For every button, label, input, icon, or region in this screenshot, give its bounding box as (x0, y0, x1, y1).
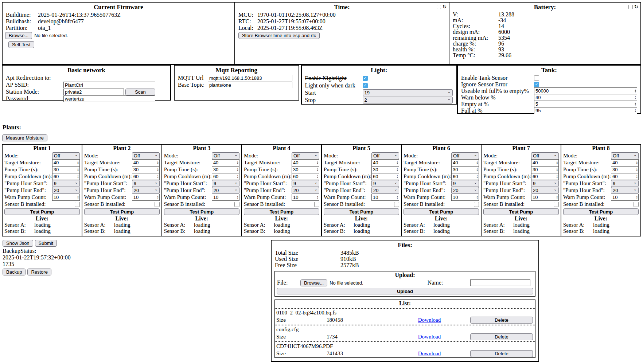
pump-cooldown-input[interactable]: ▴▾ (132, 173, 160, 180)
firmware-browse-button[interactable]: Browse... (5, 32, 32, 39)
delete-button[interactable]: Delete (470, 350, 533, 357)
target-moisture-input[interactable]: ▴▾ (451, 159, 479, 166)
delete-button[interactable]: Delete (470, 333, 533, 340)
upload-browse-button[interactable]: Browse... (300, 279, 327, 286)
test-pump-button[interactable]: Test Pump (324, 208, 399, 215)
light-start-select[interactable]: 19 ⌄ (363, 89, 453, 96)
pump-cooldown-value[interactable] (132, 173, 156, 180)
warn-below-value[interactable] (534, 94, 634, 101)
pump-hour-start-select[interactable]: 9 ⌄ (132, 180, 160, 187)
pump-hour-end-select[interactable]: 20 ⌄ (451, 187, 479, 194)
pump-time-value[interactable] (372, 167, 396, 173)
pump-time-value[interactable] (531, 167, 556, 173)
warn-pump-count-value[interactable] (372, 194, 396, 200)
target-moisture-input[interactable]: ▴▾ (611, 159, 639, 166)
sensor-b-installed-checkbox[interactable]: ✓ (634, 202, 639, 207)
pump-time-input[interactable]: ▴▾ (531, 166, 559, 173)
warn-pump-count-value[interactable] (531, 194, 556, 200)
target-moisture-input[interactable]: ▴▾ (371, 159, 399, 166)
warn-pump-count-input[interactable]: ▴▾ (52, 194, 80, 201)
show-json-button[interactable]: Show Json (3, 240, 33, 247)
sensor-b-installed-checkbox[interactable]: ✓ (234, 202, 239, 207)
target-moisture-value[interactable] (531, 160, 556, 166)
target-moisture-input[interactable]: ▴▾ (531, 159, 559, 166)
pump-time-input[interactable]: ▴▾ (212, 166, 239, 173)
pump-time-value[interactable] (611, 167, 635, 173)
download-link[interactable]: Download (418, 334, 441, 340)
self-test-button[interactable]: Self-Test (8, 41, 34, 48)
pump-time-input[interactable]: ▴▾ (292, 166, 319, 173)
warn-pump-count-value[interactable] (52, 194, 77, 200)
pump-hour-start-select[interactable]: 9 ⌄ (292, 180, 319, 187)
upload-name-input[interactable] (470, 279, 530, 286)
target-moisture-value[interactable] (292, 160, 316, 166)
pump-cooldown-input[interactable]: ▴▾ (212, 173, 239, 180)
pump-hour-start-select[interactable]: 9 ⌄ (371, 180, 399, 187)
time-refresh-icon[interactable]: ↻ (443, 4, 447, 9)
warn-pump-count-input[interactable]: ▴▾ (371, 194, 399, 201)
delete-button[interactable]: Delete (470, 317, 533, 324)
pump-time-value[interactable] (452, 167, 476, 173)
password-input[interactable] (63, 95, 155, 102)
pump-cooldown-value[interactable] (212, 173, 236, 180)
pump-cooldown-value[interactable] (372, 173, 396, 180)
pump-hour-start-select[interactable]: 9 ⌄ (611, 180, 639, 187)
pump-cooldown-input[interactable]: ▴▾ (292, 173, 319, 180)
pump-hour-start-select[interactable]: 9 ⌄ (212, 180, 239, 187)
sensor-b-installed-checkbox[interactable]: ✓ (314, 202, 319, 207)
pump-cooldown-input[interactable]: ▴▾ (52, 173, 80, 180)
sensor-b-installed-checkbox[interactable]: ✓ (554, 202, 559, 207)
test-pump-button[interactable]: Test Pump (244, 208, 319, 215)
station-mode-input[interactable] (63, 89, 124, 95)
target-moisture-value[interactable] (452, 160, 476, 166)
pump-cooldown-value[interactable] (452, 173, 476, 180)
light-only-dark-checkbox[interactable]: ✓ (363, 83, 368, 88)
target-moisture-value[interactable] (132, 160, 156, 166)
warn-pump-count-input[interactable]: ▴▾ (132, 194, 160, 201)
pump-hour-end-select[interactable]: 20 ⌄ (371, 187, 399, 194)
mode-select[interactable]: Off ⌄ (531, 152, 559, 159)
empty-at-value[interactable] (534, 101, 634, 107)
sensor-b-installed-checkbox[interactable]: ✓ (75, 202, 80, 207)
pump-cooldown-value[interactable] (292, 173, 316, 180)
warn-pump-count-value[interactable] (132, 194, 156, 200)
pump-hour-end-select[interactable]: 20 ⌄ (132, 187, 160, 194)
pump-hour-end-select[interactable]: 20 ⌄ (212, 187, 239, 194)
test-pump-button[interactable]: Test Pump (483, 208, 559, 215)
pump-time-value[interactable] (52, 167, 77, 173)
pump-time-input[interactable]: ▴▾ (451, 166, 479, 173)
warn-pump-count-input[interactable]: ▴▾ (531, 194, 559, 201)
enable-nightlight-checkbox[interactable]: ✓ (363, 76, 368, 81)
mode-select[interactable]: Off ⌄ (212, 152, 239, 159)
target-moisture-value[interactable] (372, 160, 396, 166)
battery-refresh-icon[interactable]: ↻ (634, 4, 638, 9)
backup-button[interactable]: Backup (3, 269, 26, 275)
pump-time-value[interactable] (132, 167, 156, 173)
sensor-b-installed-checkbox[interactable]: ✓ (474, 202, 479, 207)
pump-cooldown-input[interactable]: ▴▾ (451, 173, 479, 180)
test-pump-button[interactable]: Test Pump (164, 208, 239, 215)
light-stop-select[interactable]: 2 ⌄ (363, 97, 453, 103)
submit-button[interactable]: Submit (35, 240, 57, 247)
warn-pump-count-value[interactable] (611, 194, 635, 200)
pump-time-input[interactable]: ▴▾ (611, 166, 639, 173)
warn-below-input[interactable]: ▴▾ (534, 94, 637, 101)
target-moisture-input[interactable]: ▴▾ (292, 159, 319, 166)
warn-pump-count-value[interactable] (212, 194, 236, 200)
mode-select[interactable]: Off ⌄ (52, 152, 80, 159)
pump-time-input[interactable]: ▴▾ (132, 166, 160, 173)
pump-time-value[interactable] (212, 167, 236, 173)
pump-hour-end-select[interactable]: 20 ⌄ (52, 187, 80, 194)
pump-hour-end-select[interactable]: 20 ⌄ (292, 187, 319, 194)
target-moisture-value[interactable] (212, 160, 236, 166)
empty-at-input[interactable]: ▴▾ (534, 101, 637, 107)
test-pump-button[interactable]: Test Pump (4, 208, 80, 215)
sensor-b-installed-checkbox[interactable]: ✓ (155, 202, 160, 207)
warn-pump-count-value[interactable] (452, 194, 476, 200)
pump-time-input[interactable]: ▴▾ (371, 166, 399, 173)
useable-ml-input[interactable]: ▴▾ (534, 87, 637, 94)
pump-cooldown-value[interactable] (531, 173, 556, 180)
warn-pump-count-input[interactable]: ▴▾ (611, 194, 639, 201)
ap-ssid-input[interactable] (63, 82, 155, 88)
pump-cooldown-value[interactable] (611, 173, 635, 180)
